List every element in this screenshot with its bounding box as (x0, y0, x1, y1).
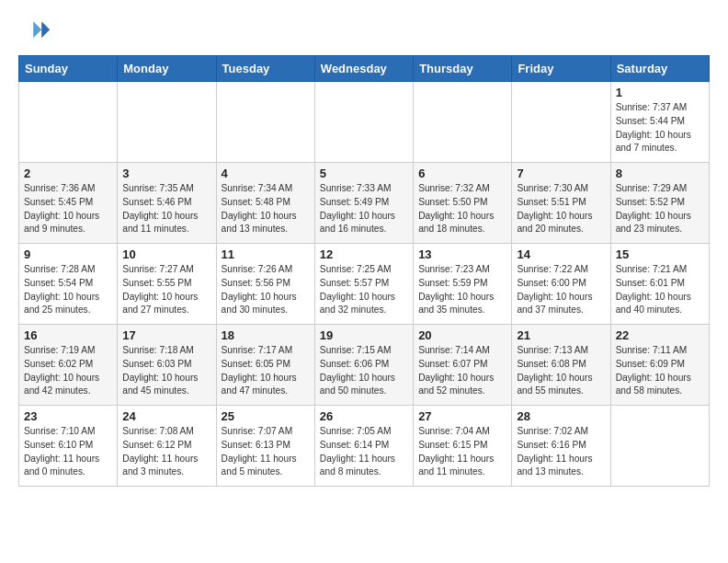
weekday-header-row: SundayMondayTuesdayWednesdayThursdayFrid… (19, 56, 710, 82)
day-cell: 28Sunrise: 7:02 AM Sunset: 6:16 PM Dayli… (512, 406, 610, 487)
day-cell (314, 82, 413, 163)
day-cell: 3Sunrise: 7:35 AM Sunset: 5:46 PM Daylig… (118, 163, 216, 244)
day-cell: 2Sunrise: 7:36 AM Sunset: 5:45 PM Daylig… (19, 163, 118, 244)
day-number: 28 (517, 409, 605, 423)
day-cell: 1Sunrise: 7:37 AM Sunset: 5:44 PM Daylig… (610, 82, 709, 163)
day-cell: 19Sunrise: 7:15 AM Sunset: 6:06 PM Dayli… (314, 325, 413, 406)
day-info: Sunrise: 7:28 AM Sunset: 5:54 PM Dayligh… (24, 263, 112, 317)
weekday-header-wednesday: Wednesday (314, 56, 413, 82)
day-cell: 20Sunrise: 7:14 AM Sunset: 6:07 PM Dayli… (414, 325, 512, 406)
logo-icon (18, 15, 51, 48)
day-info: Sunrise: 7:07 AM Sunset: 6:13 PM Dayligh… (222, 425, 310, 479)
day-cell: 5Sunrise: 7:33 AM Sunset: 5:49 PM Daylig… (314, 163, 413, 244)
day-cell (610, 406, 709, 487)
day-cell: 4Sunrise: 7:34 AM Sunset: 5:48 PM Daylig… (216, 163, 314, 244)
day-number: 11 (222, 247, 310, 261)
day-cell: 10Sunrise: 7:27 AM Sunset: 5:55 PM Dayli… (118, 244, 216, 325)
day-number: 23 (24, 409, 112, 423)
weekday-header-monday: Monday (118, 56, 216, 82)
day-number: 14 (517, 247, 605, 261)
svg-marker-0 (41, 21, 50, 38)
day-number: 8 (616, 167, 704, 180)
day-cell (118, 82, 216, 163)
day-info: Sunrise: 7:17 AM Sunset: 6:05 PM Dayligh… (222, 344, 310, 398)
day-info: Sunrise: 7:33 AM Sunset: 5:49 PM Dayligh… (320, 182, 408, 236)
weekday-header-friday: Friday (512, 56, 610, 82)
day-number: 26 (320, 409, 408, 423)
day-info: Sunrise: 7:13 AM Sunset: 6:08 PM Dayligh… (517, 344, 605, 398)
day-cell: 18Sunrise: 7:17 AM Sunset: 6:05 PM Dayli… (216, 325, 314, 406)
day-cell: 23Sunrise: 7:10 AM Sunset: 6:10 PM Dayli… (19, 406, 118, 487)
day-info: Sunrise: 7:15 AM Sunset: 6:06 PM Dayligh… (320, 344, 408, 398)
week-row-1: 1Sunrise: 7:37 AM Sunset: 5:44 PM Daylig… (19, 82, 710, 163)
day-info: Sunrise: 7:26 AM Sunset: 5:56 PM Dayligh… (222, 263, 310, 317)
day-info: Sunrise: 7:25 AM Sunset: 5:57 PM Dayligh… (320, 263, 408, 317)
weekday-header-tuesday: Tuesday (216, 56, 314, 82)
day-cell: 6Sunrise: 7:32 AM Sunset: 5:50 PM Daylig… (414, 163, 512, 244)
day-info: Sunrise: 7:34 AM Sunset: 5:48 PM Dayligh… (222, 182, 310, 236)
week-row-5: 23Sunrise: 7:10 AM Sunset: 6:10 PM Dayli… (19, 406, 710, 487)
day-cell (414, 82, 512, 163)
day-cell: 24Sunrise: 7:08 AM Sunset: 6:12 PM Dayli… (118, 406, 216, 487)
day-number: 19 (320, 328, 408, 342)
day-info: Sunrise: 7:30 AM Sunset: 5:51 PM Dayligh… (517, 182, 605, 236)
svg-marker-1 (33, 21, 41, 38)
weekday-header-thursday: Thursday (414, 56, 512, 82)
day-cell: 17Sunrise: 7:18 AM Sunset: 6:03 PM Dayli… (118, 325, 216, 406)
page: SundayMondayTuesdayWednesdayThursdayFrid… (0, 0, 728, 501)
day-cell: 7Sunrise: 7:30 AM Sunset: 5:51 PM Daylig… (512, 163, 610, 244)
day-number: 2 (24, 167, 112, 180)
day-info: Sunrise: 7:21 AM Sunset: 6:01 PM Dayligh… (616, 263, 704, 317)
day-cell: 22Sunrise: 7:11 AM Sunset: 6:09 PM Dayli… (610, 325, 709, 406)
day-info: Sunrise: 7:36 AM Sunset: 5:45 PM Dayligh… (24, 182, 112, 236)
day-number: 16 (24, 328, 112, 342)
day-number: 6 (418, 167, 506, 180)
day-info: Sunrise: 7:35 AM Sunset: 5:46 PM Dayligh… (122, 182, 210, 236)
day-number: 25 (222, 409, 310, 423)
day-info: Sunrise: 7:32 AM Sunset: 5:50 PM Dayligh… (418, 182, 506, 236)
day-cell: 25Sunrise: 7:07 AM Sunset: 6:13 PM Dayli… (216, 406, 314, 487)
day-number: 27 (418, 409, 506, 423)
day-number: 22 (616, 328, 704, 342)
day-number: 20 (418, 328, 506, 342)
day-number: 17 (122, 328, 210, 342)
day-cell (19, 82, 118, 163)
day-number: 1 (616, 86, 704, 99)
week-row-3: 9Sunrise: 7:28 AM Sunset: 5:54 PM Daylig… (19, 244, 710, 325)
day-cell (512, 82, 610, 163)
day-info: Sunrise: 7:14 AM Sunset: 6:07 PM Dayligh… (418, 344, 506, 398)
day-info: Sunrise: 7:22 AM Sunset: 6:00 PM Dayligh… (517, 263, 605, 317)
day-number: 3 (122, 167, 210, 180)
day-number: 12 (320, 247, 408, 261)
day-info: Sunrise: 7:10 AM Sunset: 6:10 PM Dayligh… (24, 425, 112, 479)
day-cell: 13Sunrise: 7:23 AM Sunset: 5:59 PM Dayli… (414, 244, 512, 325)
day-cell: 15Sunrise: 7:21 AM Sunset: 6:01 PM Dayli… (610, 244, 709, 325)
day-info: Sunrise: 7:37 AM Sunset: 5:44 PM Dayligh… (616, 101, 704, 155)
week-row-2: 2Sunrise: 7:36 AM Sunset: 5:45 PM Daylig… (19, 163, 710, 244)
weekday-header-saturday: Saturday (610, 56, 709, 82)
day-number: 13 (418, 247, 506, 261)
day-number: 7 (517, 167, 605, 180)
logo (18, 15, 55, 48)
day-number: 4 (222, 167, 310, 180)
day-info: Sunrise: 7:02 AM Sunset: 6:16 PM Dayligh… (517, 425, 605, 479)
day-cell: 12Sunrise: 7:25 AM Sunset: 5:57 PM Dayli… (314, 244, 413, 325)
day-cell: 16Sunrise: 7:19 AM Sunset: 6:02 PM Dayli… (19, 325, 118, 406)
day-info: Sunrise: 7:29 AM Sunset: 5:52 PM Dayligh… (616, 182, 704, 236)
day-number: 10 (122, 247, 210, 261)
day-number: 18 (222, 328, 310, 342)
day-cell: 14Sunrise: 7:22 AM Sunset: 6:00 PM Dayli… (512, 244, 610, 325)
day-info: Sunrise: 7:05 AM Sunset: 6:14 PM Dayligh… (320, 425, 408, 479)
day-number: 15 (616, 247, 704, 261)
day-cell: 9Sunrise: 7:28 AM Sunset: 5:54 PM Daylig… (19, 244, 118, 325)
calendar-table: SundayMondayTuesdayWednesdayThursdayFrid… (18, 55, 710, 487)
day-info: Sunrise: 7:04 AM Sunset: 6:15 PM Dayligh… (418, 425, 506, 479)
day-info: Sunrise: 7:11 AM Sunset: 6:09 PM Dayligh… (616, 344, 704, 398)
day-cell: 8Sunrise: 7:29 AM Sunset: 5:52 PM Daylig… (610, 163, 709, 244)
day-cell: 27Sunrise: 7:04 AM Sunset: 6:15 PM Dayli… (414, 406, 512, 487)
weekday-header-sunday: Sunday (19, 56, 118, 82)
header (18, 15, 710, 48)
day-cell: 11Sunrise: 7:26 AM Sunset: 5:56 PM Dayli… (216, 244, 314, 325)
day-number: 9 (24, 247, 112, 261)
day-info: Sunrise: 7:27 AM Sunset: 5:55 PM Dayligh… (122, 263, 210, 317)
